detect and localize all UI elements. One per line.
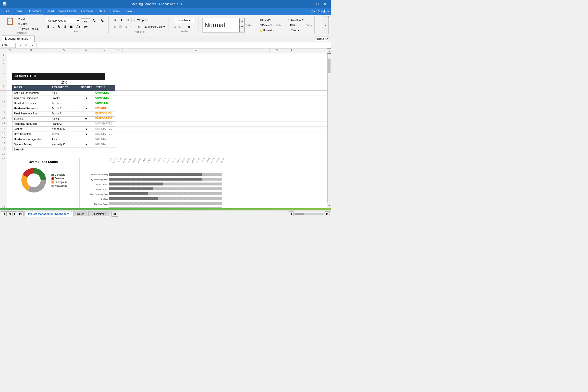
insert-button[interactable]: ⊞ Insert ▾: [258, 18, 275, 22]
sheet-tab-disclaimer[interactable]: -Disclaimer-: [88, 211, 110, 216]
copy-button[interactable]: ⧉ Copy: [17, 21, 40, 26]
indent-decrease[interactable]: ⇤: [129, 24, 135, 30]
pie-chart-container: Overall Task Status: [9, 158, 78, 208]
scroll-down-button[interactable]: ▼: [327, 203, 331, 208]
clear-button[interactable]: ✕ Clear ▾: [287, 28, 305, 32]
decimal-decrease[interactable]: 0.: [192, 25, 196, 29]
cancel-formula-button[interactable]: ✕: [18, 43, 23, 48]
last-sheet-button[interactable]: ▶|: [18, 212, 24, 216]
align-top-right[interactable]: ⇲: [125, 18, 130, 23]
col-header-g[interactable]: G: [122, 48, 270, 54]
scroll-thumb[interactable]: [328, 58, 330, 73]
sheet-tab-dashboard[interactable]: Project Management Dashboard: [24, 211, 73, 216]
paste-special-button[interactable]: 📄 Paste Special: [17, 26, 40, 31]
scroll-up-button[interactable]: ▲: [327, 48, 331, 54]
col-header-d[interactable]: D: [78, 48, 94, 54]
align-right[interactable]: ≡: [124, 24, 129, 30]
menu-formulas[interactable]: Formulas: [79, 8, 96, 14]
ribbon-collapse-button[interactable]: ▲: [323, 16, 329, 34]
add-sheet-button[interactable]: ⊕: [112, 211, 118, 216]
formula-input[interactable]: [38, 43, 330, 48]
h-scrollbar-thumb[interactable]: [294, 213, 304, 215]
decimal-increase[interactable]: .0: [186, 25, 191, 29]
scroll-left-button[interactable]: ◀: [288, 212, 294, 216]
insert-function-button[interactable]: ƒx: [29, 43, 34, 48]
number-format-dropdown[interactable]: ▾: [189, 19, 190, 22]
align-left[interactable]: ≡: [112, 24, 117, 30]
file-tab[interactable]: Meeting Items.xls ✕: [2, 36, 34, 42]
menu-data[interactable]: Data: [96, 8, 107, 14]
first-sheet-button[interactable]: |◀: [1, 212, 6, 216]
col-header-e[interactable]: E: [94, 48, 115, 54]
font-group-label: Font: [46, 30, 106, 32]
align-center[interactable]: ☰: [118, 24, 124, 30]
minimize-button[interactable]: ─: [307, 1, 314, 7]
comma-button[interactable]: ,: [182, 25, 186, 29]
col-header-b[interactable]: B: [12, 48, 50, 54]
border-button[interactable]: ⊞: [68, 24, 74, 29]
menu-insert[interactable]: Insert: [44, 8, 56, 14]
menu-view[interactable]: View: [123, 8, 134, 14]
menu-home[interactable]: Home: [12, 8, 25, 14]
scroll-right-button[interactable]: ▶: [325, 212, 330, 216]
col-header-h[interactable]: H: [270, 48, 284, 54]
paste-button[interactable]: 📋: [4, 16, 16, 30]
fill-color-button[interactable]: A▾: [75, 24, 82, 29]
task-assigned-16: Jacob S.: [50, 132, 78, 137]
close-button[interactable]: ✕: [322, 1, 328, 7]
menu-review[interactable]: Review: [108, 8, 122, 14]
task-priority-10: [78, 101, 94, 106]
menu-file[interactable]: File: [2, 8, 12, 14]
menu-document[interactable]: Document: [25, 8, 44, 14]
grid-wrapper[interactable]: A B C D E F G H I 1 2 3 4 5 COMPLETED: [0, 48, 327, 208]
font-size-decrease[interactable]: A↓: [99, 18, 106, 23]
legend-complete: Complete: [52, 174, 68, 176]
help-menu[interactable]: ? Help ▾: [318, 10, 329, 13]
confirm-formula-button[interactable]: ✓: [24, 43, 28, 48]
sheet-tab-notes[interactable]: Notes: [74, 211, 88, 216]
underline-button[interactable]: U: [56, 24, 62, 29]
align-top-left[interactable]: ⇱: [112, 18, 118, 23]
currency-button[interactable]: $: [173, 25, 177, 29]
delete-button[interactable]: ⊟ Delete ▾: [258, 23, 275, 28]
font-color-button[interactable]: A▾: [82, 24, 89, 29]
prev-sheet-button[interactable]: ◀: [7, 212, 12, 216]
svg-text:4/13/1949: 4/13/1949: [152, 158, 157, 163]
maximize-button[interactable]: □: [314, 1, 320, 7]
italic-button[interactable]: I: [52, 24, 56, 29]
font-size-increase[interactable]: A↑: [91, 18, 98, 23]
col-header-c[interactable]: C: [50, 48, 78, 54]
horizontal-scroll[interactable]: ◀ ▶: [288, 212, 330, 216]
h-scrollbar-track[interactable]: [294, 213, 324, 215]
next-sheet-button[interactable]: ▶: [12, 212, 18, 216]
font-name-select[interactable]: Century Gothic: [46, 18, 80, 23]
style-scroll-up[interactable]: ▲: [239, 18, 245, 24]
wrap-text-button[interactable]: ↵ Wrap Text: [132, 18, 151, 23]
col-header-i[interactable]: I: [284, 48, 299, 54]
col-header-a[interactable]: A: [7, 48, 12, 54]
menu-page-layout[interactable]: Page Layout: [57, 8, 78, 14]
tab-close-button[interactable]: ✕: [30, 38, 31, 40]
autosum-button[interactable]: Σ AutoSum ▾: [287, 18, 305, 22]
ribbon: 📋 ✂ Cut ⧉ Copy 📄 Paste Special Clipboard: [0, 15, 331, 35]
indent-increase[interactable]: ⇥: [136, 24, 141, 30]
cut-button[interactable]: ✂ Cut: [17, 16, 40, 21]
align-top-center[interactable]: ⬆: [118, 18, 124, 23]
col-header-f[interactable]: F: [115, 48, 122, 54]
format-button[interactable]: 📐 Format ▾: [258, 28, 275, 32]
percent-cell: 27%: [50, 80, 78, 85]
merge-cells-button[interactable]: ⊞ Merge Cells ▾: [143, 24, 167, 30]
settings-icon[interactable]: ⚙ ▾: [311, 10, 316, 13]
vertical-scrollbar[interactable]: ▲ ▼: [327, 48, 331, 208]
fill-button[interactable]: ↓ Fill ▾: [287, 23, 305, 28]
view-selector[interactable]: Normal: [314, 36, 329, 41]
strikethrough-button[interactable]: S: [63, 24, 68, 29]
merge-dropdown[interactable]: ▾: [164, 25, 165, 28]
svg-text:8/11/1987: 8/11/1987: [186, 158, 192, 163]
style-expand[interactable]: ▾: [239, 30, 245, 32]
cell-reference-input[interactable]: C39: [1, 43, 16, 48]
percent-button[interactable]: %: [178, 25, 182, 29]
bold-button[interactable]: B: [46, 24, 51, 29]
style-scroll-down[interactable]: ▼: [239, 24, 245, 30]
font-size-input[interactable]: [81, 18, 90, 23]
